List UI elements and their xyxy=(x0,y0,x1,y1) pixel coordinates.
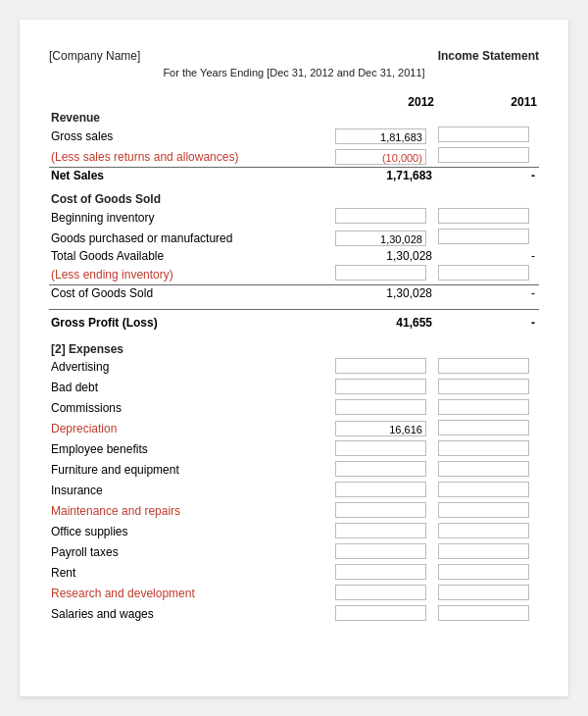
expense-row: Rent xyxy=(49,563,539,584)
goods-purchased-2012: 1,30,028 xyxy=(335,230,426,246)
expense-2012-value xyxy=(335,502,426,518)
expense-2012-value xyxy=(335,585,426,600)
gross-sales-2011 xyxy=(438,127,529,142)
less-ending-2012 xyxy=(335,265,426,281)
goods-purchased-2011 xyxy=(438,229,529,244)
expense-2011-value xyxy=(438,420,529,435)
expense-2011-value xyxy=(438,502,529,518)
gross-sales-2012: 1,81,683 xyxy=(335,128,426,144)
net-sales-2012: 1,71,683 xyxy=(333,168,436,184)
income-statement-page: [Company Name] Income Statement For the … xyxy=(20,20,568,696)
gross-sales-label: Gross sales xyxy=(49,126,333,146)
expense-label: Employee benefits xyxy=(49,439,333,460)
less-ending-label: (Less ending inventory) xyxy=(49,264,333,285)
expense-2011-value xyxy=(438,461,529,477)
expense-row: Research and development xyxy=(49,584,539,604)
expense-2012-value xyxy=(335,523,426,538)
expense-label: Insurance xyxy=(49,481,333,501)
expense-label: Furniture and equipment xyxy=(49,460,333,481)
expense-2011-value xyxy=(438,605,529,621)
expense-2012-value xyxy=(335,461,426,477)
net-sales-2011: - xyxy=(436,168,539,184)
cost-2012: 1,30,028 xyxy=(333,285,436,302)
expense-row: Payroll taxes xyxy=(49,542,539,563)
company-name: [Company Name] xyxy=(49,49,140,63)
beginning-inventory-2012 xyxy=(335,208,426,224)
year-2011-header: 2011 xyxy=(436,94,539,110)
expense-2011-value xyxy=(438,399,529,415)
expense-label: Salaries and wages xyxy=(49,604,333,625)
less-ending-row: (Less ending inventory) xyxy=(49,264,539,285)
expense-label: Maintenance and repairs xyxy=(49,501,333,522)
year-2012-header: 2012 xyxy=(333,94,436,110)
expense-label: Rent xyxy=(49,563,333,584)
statement-table: 2012 2011 Revenue Gross sales 1,81,683 (… xyxy=(49,94,539,357)
expense-row: Insurance xyxy=(49,481,539,501)
less-ending-2011 xyxy=(438,265,529,281)
expense-2012-value xyxy=(335,605,426,621)
expense-2011-value xyxy=(438,440,529,456)
expense-label: Payroll taxes xyxy=(49,542,333,563)
document-subtitle: For the Years Ending [Dec 31, 2012 and D… xyxy=(49,67,539,78)
expense-2011-value xyxy=(438,482,529,497)
expense-2012-value xyxy=(335,379,426,394)
gross-sales-row: Gross sales 1,81,683 xyxy=(49,126,539,146)
total-goods-row: Total Goods Available 1,30,028 - xyxy=(49,248,539,264)
net-sales-row: Net Sales 1,71,683 - xyxy=(49,168,539,184)
expense-row: Depreciation16,616 xyxy=(49,419,539,439)
expense-2011-value xyxy=(438,358,529,374)
gross-profit-label: Gross Profit (Loss) xyxy=(49,309,333,333)
cost-2011: - xyxy=(436,285,539,302)
expense-row: Commissions xyxy=(49,398,539,419)
expense-row: Maintenance and repairs xyxy=(49,501,539,522)
expense-label: Office supplies xyxy=(49,522,333,542)
expense-2011-value xyxy=(438,564,529,580)
total-goods-2011: - xyxy=(436,248,539,264)
expense-2011-value xyxy=(438,543,529,559)
cogs-total-row: Cost of Goods Sold 1,30,028 - xyxy=(49,285,539,302)
expense-label: Depreciation xyxy=(49,419,333,439)
expense-label: Advertising xyxy=(49,357,333,378)
expense-label: Research and development xyxy=(49,584,333,604)
expenses-header: [2] Expenses xyxy=(49,341,333,357)
less-sales-2011 xyxy=(438,147,529,163)
goods-purchased-row: Goods purchased or manufactured 1,30,028 xyxy=(49,228,539,248)
expense-2011-value xyxy=(438,523,529,538)
expenses-table: AdvertisingBad debtCommissionsDepreciati… xyxy=(49,357,539,625)
expense-row: Furniture and equipment xyxy=(49,460,539,481)
expense-2012-value: 16,616 xyxy=(335,421,426,436)
expense-2011-value xyxy=(438,585,529,600)
document-title: Income Statement xyxy=(438,49,539,63)
gross-profit-row: Gross Profit (Loss) 41,655 - xyxy=(49,309,539,333)
less-sales-row: (Less sales returns and allowances) (10,… xyxy=(49,146,539,168)
header: [Company Name] Income Statement xyxy=(49,49,539,63)
expense-row: Employee benefits xyxy=(49,439,539,460)
expense-row: Advertising xyxy=(49,357,539,378)
less-sales-label: (Less sales returns and allowances) xyxy=(49,146,333,168)
cogs-header: Cost of Goods Sold xyxy=(49,191,333,207)
gross-profit-2011: - xyxy=(436,309,539,333)
expense-row: Salaries and wages xyxy=(49,604,539,625)
revenue-header: Revenue xyxy=(49,110,333,126)
total-goods-2012: 1,30,028 xyxy=(333,248,436,264)
expense-2012-value xyxy=(335,440,426,456)
expense-row: Bad debt xyxy=(49,378,539,398)
gross-profit-2012: 41,655 xyxy=(333,309,436,333)
net-sales-label: Net Sales xyxy=(49,168,333,184)
beginning-inventory-2011 xyxy=(438,208,529,224)
expense-label: Commissions xyxy=(49,398,333,419)
expense-row: Office supplies xyxy=(49,522,539,542)
expense-2012-value xyxy=(335,543,426,559)
expense-2011-value xyxy=(438,379,529,394)
expense-2012-value xyxy=(335,564,426,580)
expense-2012-value xyxy=(335,482,426,497)
expense-2012-value xyxy=(335,358,426,374)
beginning-inventory-label: Beginning inventory xyxy=(49,207,333,228)
total-goods-label: Total Goods Available xyxy=(49,248,333,264)
goods-purchased-label: Goods purchased or manufactured xyxy=(49,228,333,248)
expense-2012-value xyxy=(335,399,426,415)
expense-label: Bad debt xyxy=(49,378,333,398)
cost-label: Cost of Goods Sold xyxy=(49,285,333,302)
beginning-inventory-row: Beginning inventory xyxy=(49,207,539,228)
less-sales-2012: (10,000) xyxy=(335,149,426,165)
